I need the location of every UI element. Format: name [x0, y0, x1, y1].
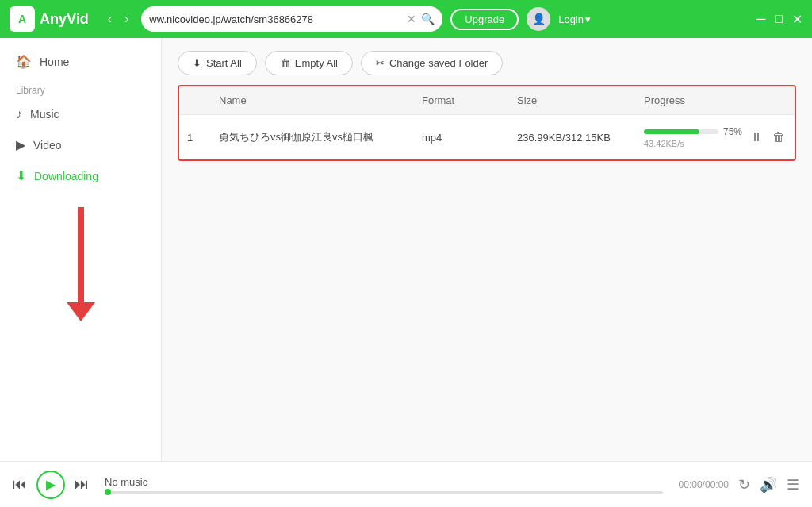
progress-bar-fill	[644, 129, 699, 134]
table-header: Name Format Size Progress	[179, 86, 795, 115]
next-button[interactable]: ⏭	[75, 476, 89, 493]
music-label: Music	[30, 108, 59, 121]
change-folder-button[interactable]: ✂ Change saved Folder	[361, 51, 503, 75]
download-table: Name Format Size Progress 1 勇気ちひろvs御伽原江良…	[178, 85, 796, 161]
download-icon: ⬇	[16, 168, 26, 183]
nav-back-button[interactable]: ‹	[103, 10, 117, 28]
logo-icon: A	[10, 6, 35, 32]
library-label: Library	[0, 77, 161, 99]
content-area: ⬇ Start All 🗑 Empty All ✂ Change saved F…	[162, 38, 812, 461]
empty-all-label: Empty All	[295, 57, 338, 69]
prev-button[interactable]: ⏮	[13, 476, 27, 493]
row-format: mp4	[414, 132, 509, 144]
arrow-head	[67, 302, 95, 321]
titlebar: A AnyVid ‹ › ww.nicovideo.jp/watch/sm368…	[0, 0, 812, 38]
start-all-label: Start All	[206, 57, 242, 69]
col-name: Name	[211, 94, 414, 106]
home-icon: 🏠	[16, 54, 32, 69]
start-all-icon: ⬇	[193, 57, 201, 69]
nav-arrows: ‹ ›	[103, 10, 134, 28]
music-icon: ♪	[16, 107, 22, 121]
row-num: 1	[179, 132, 211, 144]
home-label: Home	[40, 56, 69, 68]
url-bar[interactable]: ww.nicovideo.jp/watch/sm36866278 ✕ 🔍	[141, 6, 442, 32]
player-info: No music	[98, 476, 669, 494]
sidebar: 🏠 Home Library ♪ Music ▶ Video ⬇ Downloa…	[0, 38, 162, 461]
maximize-button[interactable]: □	[775, 12, 783, 26]
downloading-label: Downloading	[34, 170, 98, 182]
url-search-icon[interactable]: 🔍	[421, 13, 435, 25]
url-close-icon[interactable]: ✕	[407, 13, 416, 25]
no-music-label: No music	[105, 476, 663, 488]
progress-speed: 43.42KB/s	[644, 139, 742, 148]
row-name: 勇気ちひろvs御伽原江良vs樋口楓	[211, 130, 414, 144]
progress-text: 75%	[723, 126, 742, 137]
arrow-shaft	[78, 207, 84, 302]
col-num	[179, 94, 211, 106]
logo-area: A AnyVid	[10, 6, 89, 32]
row-size: 236.99KB/312.15KB	[509, 132, 636, 144]
video-label: Video	[33, 139, 62, 152]
col-format: Format	[414, 94, 509, 106]
action-buttons: ⏸ 🗑	[749, 129, 787, 146]
sidebar-item-home[interactable]: 🏠 Home	[0, 46, 161, 77]
play-button[interactable]: ▶	[36, 471, 65, 499]
player-bar: ⏮ ▶ ⏭ No music 00:00/00:00 ↻ 🔊 ☰	[0, 461, 812, 507]
sidebar-item-video[interactable]: ▶ Video	[0, 129, 161, 160]
empty-all-icon: 🗑	[280, 57, 290, 69]
empty-all-button[interactable]: 🗑 Empty All	[265, 51, 353, 75]
playlist-icon[interactable]: ☰	[787, 476, 799, 494]
red-arrow-annotation	[0, 207, 161, 321]
sidebar-item-downloading[interactable]: ⬇ Downloading	[0, 160, 161, 191]
login-button[interactable]: Login▾	[558, 13, 591, 25]
col-size: Size	[509, 94, 636, 106]
col-progress: Progress	[636, 94, 795, 106]
progress-cell: 75% 43.42KB/s ⏸ 🗑	[636, 126, 795, 148]
player-progress-bar[interactable]	[105, 491, 663, 494]
minimize-button[interactable]: ─	[756, 12, 765, 26]
close-button[interactable]: ✕	[792, 12, 802, 27]
main-layout: 🏠 Home Library ♪ Music ▶ Video ⬇ Downloa…	[0, 38, 812, 461]
avatar: 👤	[527, 7, 550, 31]
progress-info: 75% 43.42KB/s	[644, 126, 742, 148]
upgrade-button[interactable]: Upgrade	[450, 9, 519, 30]
player-progress-dot	[105, 489, 111, 495]
video-icon: ▶	[16, 137, 25, 152]
toolbar: ⬇ Start All 🗑 Empty All ✂ Change saved F…	[162, 38, 812, 85]
pause-button[interactable]: ⏸	[749, 129, 764, 146]
table-row: 1 勇気ちひろvs御伽原江良vs樋口楓 mp4 236.99KB/312.15K…	[179, 115, 795, 159]
app-name: AnyVid	[40, 11, 89, 28]
change-folder-label: Change saved Folder	[389, 57, 488, 69]
window-controls: ─ □ ✕	[756, 12, 802, 27]
player-right-controls: ↻ 🔊 ☰	[738, 476, 799, 494]
volume-icon[interactable]: 🔊	[760, 476, 777, 494]
start-all-button[interactable]: ⬇ Start All	[178, 51, 257, 75]
nav-forward-button[interactable]: ›	[120, 10, 133, 28]
progress-bar-wrap	[644, 129, 718, 134]
delete-button[interactable]: 🗑	[771, 129, 787, 146]
change-folder-icon: ✂	[376, 57, 385, 69]
player-time: 00:00/00:00	[679, 479, 729, 490]
sidebar-item-music[interactable]: ♪ Music	[0, 99, 161, 129]
repeat-icon[interactable]: ↻	[738, 476, 750, 494]
url-text: ww.nicovideo.jp/watch/sm36866278	[149, 13, 402, 25]
